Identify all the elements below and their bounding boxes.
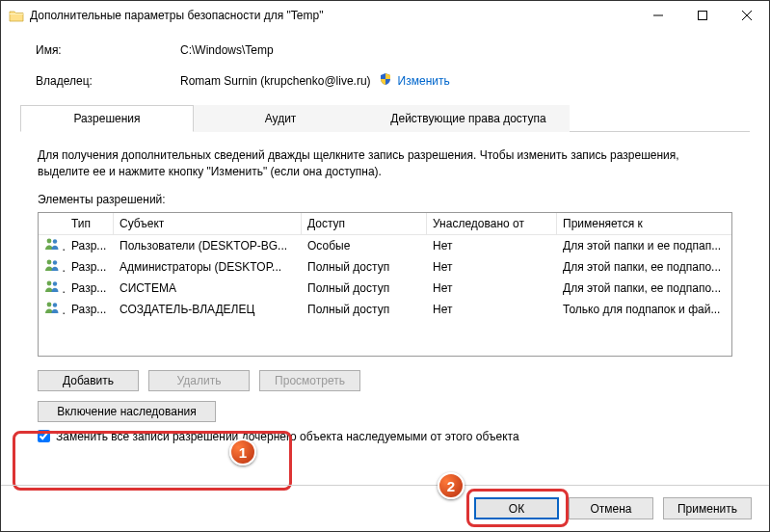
maximize-button[interactable]: [680, 1, 725, 30]
cell-inherited: Нет: [427, 260, 557, 274]
cell-inherited: Нет: [427, 239, 557, 253]
svg-point-10: [47, 303, 52, 307]
tabs: Разрешения Аудит Действующие права досту…: [20, 104, 750, 132]
people-icon: [39, 279, 66, 296]
enable-inheritance-button[interactable]: Включение наследования: [38, 401, 216, 422]
svg-point-9: [53, 282, 57, 286]
col-inherited[interactable]: Унаследовано от: [427, 213, 557, 235]
hint-text: Для получения дополнительных сведений дв…: [38, 147, 732, 181]
cell-applies: Для этой папки, ее подпапо...: [557, 260, 731, 274]
remove-button: Удалить: [148, 370, 250, 391]
change-owner-link[interactable]: Изменить: [398, 74, 450, 88]
cell-type: Разр...: [66, 281, 114, 295]
list-label: Элементы разрешений:: [38, 193, 732, 206]
table-row[interactable]: Разр...СОЗДАТЕЛЬ-ВЛАДЕЛЕЦПолный доступНе…: [39, 299, 731, 320]
people-icon: [39, 237, 66, 253]
cell-type: Разр...: [66, 239, 114, 253]
cell-subject: СОЗДАТЕЛЬ-ВЛАДЕЛЕЦ: [114, 303, 302, 316]
svg-point-11: [53, 304, 57, 307]
ok-button[interactable]: ОК: [474, 497, 559, 519]
cell-subject: Администраторы (DESKTOP...: [114, 260, 302, 274]
col-applies[interactable]: Применяется к: [557, 213, 731, 235]
replace-checkbox[interactable]: [38, 430, 50, 442]
step-marker-1: 1: [229, 439, 256, 466]
titlebar: Дополнительные параметры безопасности дл…: [1, 1, 769, 30]
table-row[interactable]: Разр...Администраторы (DESKTOP...Полный …: [39, 256, 731, 278]
svg-point-7: [53, 261, 57, 265]
name-value: C:\Windows\Temp: [180, 43, 274, 57]
tab-audit[interactable]: Аудит: [194, 105, 367, 132]
svg-point-4: [47, 239, 52, 244]
svg-point-5: [53, 240, 57, 244]
cancel-button[interactable]: Отмена: [569, 497, 653, 519]
table-row[interactable]: Разр...Пользователи (DESKTOP-BG...Особые…: [39, 235, 731, 256]
cell-applies: Для этой папки, ее подпапо...: [557, 281, 731, 295]
name-label: Имя:: [36, 43, 180, 57]
minimize-button[interactable]: [636, 1, 680, 30]
people-icon: [39, 301, 66, 317]
cell-applies: Для этой папки и ее подпап...: [557, 239, 731, 253]
tab-permissions[interactable]: Разрешения: [20, 105, 194, 132]
cell-applies: Только для подпапок и фай...: [557, 303, 731, 316]
cell-access: Полный доступ: [302, 303, 427, 316]
people-icon: [39, 258, 66, 275]
close-button[interactable]: [725, 1, 769, 30]
col-subject[interactable]: Субъект: [114, 213, 302, 235]
cell-inherited: Нет: [427, 303, 557, 316]
step-marker-2: 2: [438, 472, 465, 499]
col-access[interactable]: Доступ: [302, 213, 427, 235]
cell-inherited: Нет: [427, 281, 557, 295]
view-button: Просмотреть: [259, 370, 360, 391]
cell-type: Разр...: [66, 260, 114, 274]
cell-type: Разр...: [66, 303, 114, 316]
folder-icon: [9, 10, 24, 22]
footer: 2 ОК Отмена Применить: [1, 485, 769, 531]
cell-access: Особые: [302, 239, 427, 253]
replace-checkbox-label: Заменить все записи разрешений дочернего…: [56, 430, 519, 443]
window-title: Дополнительные параметры безопасности дл…: [30, 9, 636, 22]
shield-icon: [379, 72, 392, 89]
col-type[interactable]: Тип: [66, 213, 114, 235]
owner-value: Romam Surnin (krupchenko@live.ru): [180, 74, 371, 88]
permissions-list: Тип Субъект Доступ Унаследовано от Приме…: [38, 212, 732, 357]
add-button[interactable]: Добавить: [38, 370, 139, 391]
apply-button[interactable]: Применить: [663, 497, 752, 519]
cell-access: Полный доступ: [302, 281, 427, 295]
owner-label: Владелец:: [36, 74, 180, 88]
svg-point-6: [47, 260, 52, 265]
cell-access: Полный доступ: [302, 260, 427, 274]
tab-effective[interactable]: Действующие права доступа: [367, 105, 570, 132]
svg-rect-1: [699, 12, 707, 20]
cell-subject: СИСТЕМА: [114, 281, 302, 295]
table-row[interactable]: Разр...СИСТЕМАПолный доступНетДля этой п…: [39, 278, 731, 299]
cell-subject: Пользователи (DESKTOP-BG...: [114, 239, 302, 253]
svg-point-8: [47, 281, 52, 286]
